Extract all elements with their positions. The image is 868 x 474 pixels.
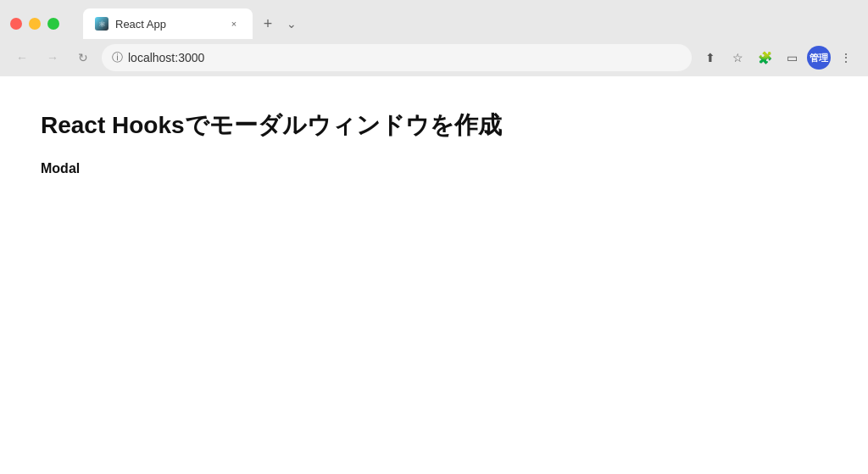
browser-chrome: ⚛ React App × + ⌄ ← → ↻ ⓘ localhost:3000… <box>0 0 868 76</box>
page-content: React Hooksでモーダルウィンドウを作成 Modal <box>0 76 868 474</box>
tab-close-button[interactable]: × <box>227 17 241 31</box>
bookmark-button[interactable]: ☆ <box>726 46 749 70</box>
back-button[interactable]: ← <box>10 46 34 70</box>
window-controls <box>10 18 59 30</box>
tab-favicon: ⚛ <box>95 17 108 31</box>
extensions-button[interactable]: 🧩 <box>753 46 776 70</box>
tab-title: React App <box>115 18 220 31</box>
active-tab[interactable]: ⚛ React App × <box>83 8 253 39</box>
address-bar: ← → ↻ ⓘ localhost:3000 ⬆ ☆ 🧩 ▭ 管理 ⋮ <box>0 39 868 76</box>
forward-button[interactable]: → <box>41 46 64 70</box>
title-bar: ⚛ React App × + ⌄ <box>0 0 868 39</box>
new-tab-button[interactable]: + <box>256 12 280 36</box>
close-button[interactable] <box>10 18 22 30</box>
tab-list-button[interactable]: ⌄ <box>280 12 303 36</box>
page-heading: React Hooksでモーダルウィンドウを作成 <box>41 110 827 141</box>
share-button[interactable]: ⬆ <box>698 46 722 70</box>
minimize-button[interactable] <box>29 18 41 30</box>
address-bar-input[interactable]: ⓘ localhost:3000 <box>102 44 692 71</box>
tab-bar: ⚛ React App × + ⌄ <box>73 8 314 39</box>
maximize-button[interactable] <box>47 18 59 30</box>
more-button[interactable]: ⋮ <box>834 46 858 70</box>
modal-label: Modal <box>41 161 827 176</box>
toolbar-right: ⬆ ☆ 🧩 ▭ 管理 ⋮ <box>698 46 858 70</box>
reload-button[interactable]: ↻ <box>71 46 95 70</box>
info-icon: ⓘ <box>112 50 123 65</box>
address-text: localhost:3000 <box>128 51 682 64</box>
sidebar-button[interactable]: ▭ <box>780 46 804 70</box>
profile-button[interactable]: 管理 <box>807 46 831 70</box>
